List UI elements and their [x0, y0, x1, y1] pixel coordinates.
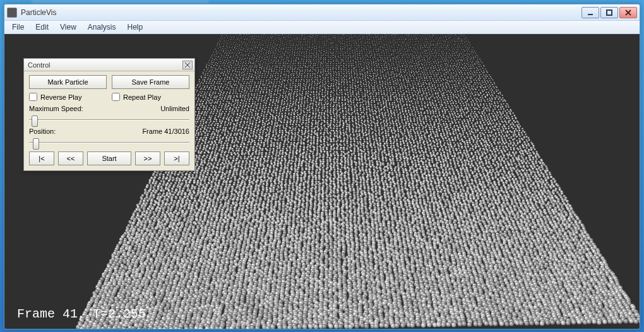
- svg-rect-1: [607, 10, 612, 15]
- minimize-button[interactable]: [581, 7, 599, 18]
- minimize-icon: [587, 9, 593, 16]
- control-title-text: Control: [28, 61, 182, 69]
- position-slider[interactable]: [29, 136, 189, 148]
- last-frame-button[interactable]: >|: [164, 151, 189, 165]
- maximize-button[interactable]: [600, 7, 618, 18]
- control-titlebar[interactable]: Control: [24, 59, 194, 71]
- maximize-icon: [606, 9, 612, 16]
- position-value: Frame 41/3016: [142, 127, 189, 135]
- close-icon: [625, 9, 631, 16]
- repeat-play-checkbox[interactable]: Repeat Play: [112, 93, 189, 101]
- menu-analysis[interactable]: Analysis: [83, 21, 121, 33]
- titlebar: ParticleVis: [4, 4, 640, 21]
- repeat-play-label: Repeat Play: [123, 93, 161, 101]
- reverse-play-checkbox[interactable]: Reverse Play: [29, 93, 107, 101]
- control-close-button[interactable]: [182, 61, 193, 69]
- next-frame-button[interactable]: >>: [135, 151, 160, 165]
- mark-particle-button[interactable]: Mark Particle: [29, 75, 107, 89]
- max-speed-label: Maximum Speed:: [29, 105, 83, 112]
- menu-file[interactable]: File: [7, 21, 29, 33]
- max-speed-value: Unlimited: [160, 105, 189, 112]
- close-icon: [185, 62, 190, 68]
- frame-overlay-label: Frame 41, T=2.255: [17, 307, 146, 321]
- prev-frame-button[interactable]: <<: [58, 151, 83, 165]
- close-button[interactable]: [619, 7, 637, 18]
- app-window: ParticleVis File Edit View Analysis Help…: [4, 4, 640, 329]
- save-frame-button[interactable]: Save Frame: [112, 75, 189, 89]
- menubar: File Edit View Analysis Help: [4, 21, 640, 34]
- menu-help[interactable]: Help: [122, 21, 148, 33]
- max-speed-slider[interactable]: [29, 114, 189, 125]
- repeat-play-input[interactable]: [112, 93, 120, 101]
- reverse-play-input[interactable]: [29, 93, 37, 101]
- start-button[interactable]: Start: [87, 151, 131, 165]
- slider-thumb-icon[interactable]: [32, 116, 38, 127]
- slider-thumb-icon[interactable]: [33, 138, 39, 150]
- first-frame-button[interactable]: |<: [29, 151, 54, 165]
- app-title: ParticleVis: [21, 8, 581, 17]
- position-label: Position:: [29, 127, 56, 135]
- menu-view[interactable]: View: [55, 21, 81, 33]
- menu-edit[interactable]: Edit: [30, 21, 54, 33]
- app-icon: [7, 8, 17, 18]
- control-dialog: Control Mark Particle Save Frame Reverse…: [23, 58, 195, 171]
- reverse-play-label: Reverse Play: [40, 93, 81, 101]
